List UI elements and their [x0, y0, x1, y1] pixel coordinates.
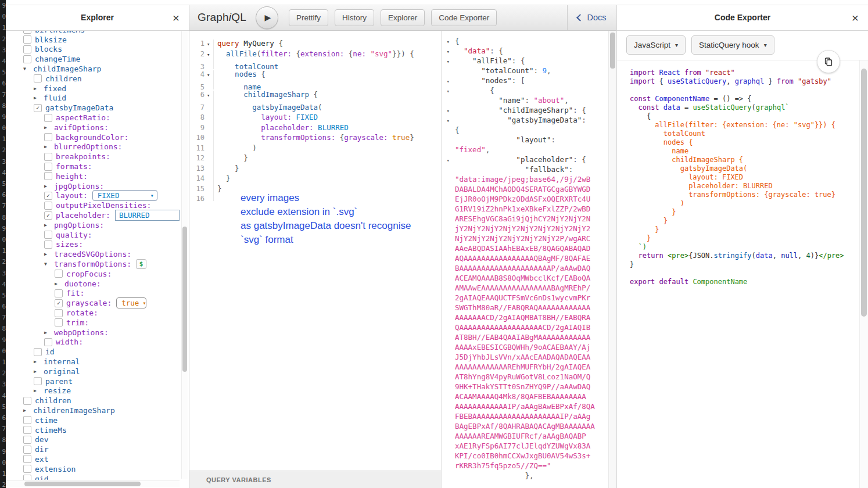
explorer-row[interactable]: birthtimeMs — [6, 31, 180, 35]
caret-collapsed-icon[interactable]: ▶ — [44, 144, 52, 149]
copy-code-button[interactable] — [817, 50, 840, 73]
exported-code[interactable]: import React from "react"import { useSta… — [617, 60, 860, 488]
checkbox[interactable] — [23, 426, 31, 434]
explorer-row[interactable]: gid — [6, 474, 180, 480]
explorer-row[interactable]: sizes: — [6, 240, 180, 250]
results-pane[interactable]: ▾{▾ "data": {▾ "allFile": { "totalCount"… — [441, 31, 616, 488]
explorer-row[interactable]: trim: — [6, 318, 180, 328]
exporter-dropdown-javascript[interactable]: JavaScript▾ — [626, 35, 686, 55]
explorer-row[interactable]: ▼transformOptions:$ — [6, 259, 180, 269]
checkbox[interactable] — [44, 133, 52, 141]
caret-collapsed-icon[interactable]: ▶ — [34, 86, 41, 91]
explorer-row[interactable]: ctimeMs — [6, 425, 180, 435]
caret-collapsed-icon[interactable]: ▶ — [34, 369, 41, 374]
checkbox[interactable]: ✓ — [34, 104, 42, 112]
close-icon[interactable]: × — [852, 12, 859, 24]
checkbox[interactable] — [23, 45, 31, 53]
scrollbar-thumb[interactable] — [861, 69, 867, 317]
caret-expanded-icon[interactable]: ▼ — [44, 261, 52, 267]
checkbox[interactable] — [44, 231, 52, 239]
checkbox[interactable] — [44, 153, 52, 161]
explorer-row[interactable]: ▶childrenImageSharp — [6, 406, 180, 415]
checkbox[interactable] — [44, 202, 52, 210]
explorer-row[interactable]: ▼childImageSharp — [6, 64, 180, 74]
exporter-dropdown-staticquery-hook[interactable]: StaticQuery hook▾ — [691, 35, 774, 55]
checkbox[interactable] — [55, 318, 63, 326]
explorer-row[interactable]: ▶webpOptions: — [6, 328, 180, 338]
checkbox[interactable] — [23, 465, 31, 473]
explorer-row[interactable]: ✓placeholder:BLURRED — [6, 210, 180, 220]
explorer-row[interactable]: dev — [6, 435, 180, 444]
explorer-row[interactable]: ✓gatsbyImageData — [6, 103, 180, 113]
explorer-row[interactable]: dir — [6, 444, 180, 454]
checkbox[interactable] — [23, 436, 31, 444]
checkbox[interactable]: ✓ — [55, 299, 63, 307]
explorer-row[interactable]: formats: — [6, 162, 180, 171]
caret-collapsed-icon[interactable]: ▶ — [44, 252, 52, 257]
explorer-row[interactable]: ✓layout:FIXED▾ — [6, 191, 180, 201]
checkbox[interactable] — [34, 377, 42, 385]
checkbox[interactable] — [55, 289, 63, 297]
checkbox[interactable]: ✓ — [44, 192, 52, 200]
toolbar-button-history[interactable]: History — [335, 9, 374, 26]
explorer-row[interactable]: ▶blurredOptions: — [6, 142, 180, 152]
caret-collapsed-icon[interactable]: ▶ — [34, 388, 41, 393]
explorer-row[interactable]: ▶original — [6, 367, 180, 376]
explorer-row[interactable]: ▶pngOptions: — [6, 220, 180, 230]
query-variables-bar[interactable]: QUERY VARIABLES — [189, 471, 441, 488]
results-vertical-scrollbar[interactable] — [608, 31, 616, 488]
explorer-row[interactable]: ▶jpgOptions: — [6, 181, 180, 191]
exporter-vertical-scrollbar[interactable] — [859, 60, 868, 488]
explorer-row[interactable]: ▶avifOptions: — [6, 123, 180, 132]
explorer-row[interactable]: ▶duotone: — [6, 279, 180, 289]
checkbox[interactable] — [44, 163, 52, 171]
explorer-vertical-scrollbar[interactable] — [181, 31, 188, 479]
explorer-horizontal-scrollbar[interactable] — [7, 480, 180, 487]
explorer-row[interactable]: parent — [6, 376, 180, 386]
toolbar-button-prettify[interactable]: Prettify — [289, 9, 328, 26]
explorer-row[interactable]: blocks — [6, 45, 180, 55]
docs-tab[interactable]: Docs — [567, 5, 616, 30]
close-icon[interactable]: × — [173, 12, 180, 24]
caret-collapsed-icon[interactable]: ▶ — [34, 359, 41, 364]
explorer-row[interactable]: changeTime — [6, 54, 180, 64]
explorer-row[interactable]: ext — [6, 454, 180, 464]
explorer-row[interactable]: fit: — [6, 289, 180, 299]
scrollbar-thumb[interactable] — [24, 482, 141, 486]
explorer-row[interactable]: ▶fixed — [6, 84, 180, 94]
explorer-row[interactable]: cropFocus: — [6, 269, 180, 279]
caret-expanded-icon[interactable]: ▼ — [23, 66, 31, 71]
explorer-row[interactable]: width: — [6, 338, 180, 347]
explorer-row[interactable]: ▶internal — [6, 357, 180, 367]
checkbox[interactable] — [44, 172, 52, 180]
checkbox[interactable] — [34, 348, 42, 356]
placeholder-input[interactable]: BLURRED — [115, 210, 180, 221]
scrollbar-thumb[interactable] — [182, 227, 187, 372]
caret-collapsed-icon[interactable]: ▶ — [23, 408, 31, 413]
checkbox[interactable] — [34, 74, 42, 82]
explorer-row[interactable]: ✓grayscale:true▾ — [6, 298, 180, 308]
variable-dollar-badge[interactable]: $ — [136, 259, 146, 269]
caret-collapsed-icon[interactable]: ▶ — [44, 223, 52, 228]
explorer-row[interactable]: ▶tracedSVGOptions: — [6, 249, 180, 259]
checkbox[interactable] — [55, 270, 63, 278]
caret-collapsed-icon[interactable]: ▶ — [44, 125, 52, 130]
checkbox[interactable] — [44, 114, 52, 122]
explorer-row[interactable]: ctime — [6, 415, 180, 425]
grayscale-select[interactable]: true▾ — [116, 297, 146, 308]
checkbox[interactable] — [23, 397, 31, 405]
explorer-row[interactable]: aspectRatio: — [6, 113, 180, 123]
explorer-row[interactable]: children — [6, 396, 180, 406]
layout-select[interactable]: FIXED▾ — [92, 190, 157, 201]
checkbox[interactable] — [44, 241, 52, 249]
explorer-row[interactable]: ▶fluid — [6, 94, 180, 103]
caret-collapsed-icon[interactable]: ▶ — [44, 330, 52, 335]
checkbox[interactable] — [23, 416, 31, 424]
scrollbar-thumb[interactable] — [610, 33, 615, 69]
explorer-row[interactable]: backgroundColor: — [6, 132, 180, 142]
checkbox[interactable] — [23, 455, 31, 463]
toolbar-button-explorer[interactable]: Explorer — [381, 9, 425, 26]
checkbox[interactable] — [23, 475, 31, 480]
toolbar-button-code-exporter[interactable]: Code Exporter — [431, 9, 497, 26]
explorer-row[interactable]: outputPixelDensities: — [6, 200, 180, 210]
